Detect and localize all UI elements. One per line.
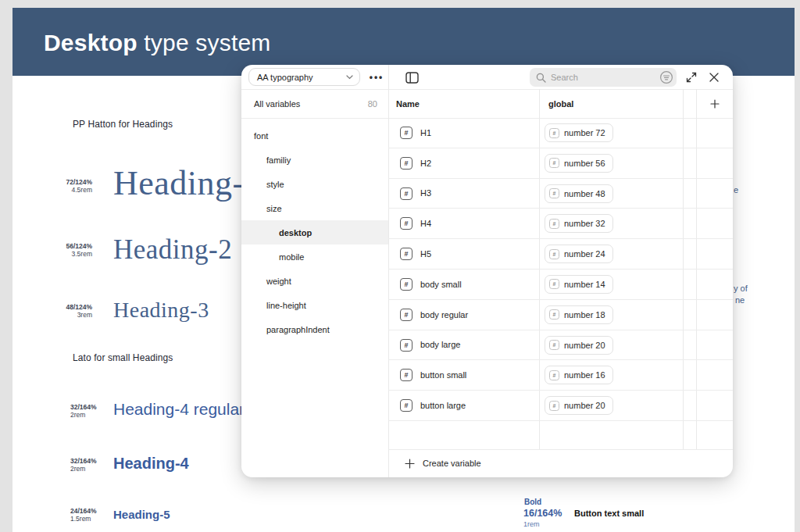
variable-name: H2 <box>420 148 431 178</box>
number-variable-icon: # <box>400 339 412 352</box>
number-variable-icon: # <box>400 399 412 412</box>
table-row[interactable]: # H3 #number 48 <box>388 179 733 209</box>
variable-name: body small <box>420 270 462 299</box>
page-title: Desktop type system <box>44 30 271 56</box>
number-variable-icon: # <box>400 278 412 291</box>
specimen-heading-3: Heading-3 <box>113 298 209 323</box>
tree-item-paragraphindent[interactable]: paragraphIndent <box>241 317 388 341</box>
variable-value-pill[interactable]: #number 18 <box>545 305 613 324</box>
variable-name: H3 <box>420 179 431 209</box>
number-variable-icon: # <box>400 248 412 260</box>
specimen-heading-4: Heading-4 <box>113 455 189 473</box>
collection-dropdown[interactable]: AA typography <box>248 68 360 86</box>
filter-icon[interactable] <box>659 70 673 84</box>
number-variable-icon: # <box>400 309 412 321</box>
plus-icon <box>710 99 720 109</box>
number-variable-icon: # <box>549 279 559 289</box>
variables-table: # H1 #number 72 # H2 #number 56 # H3 #nu… <box>388 118 733 421</box>
variable-name: button large <box>420 391 466 420</box>
clipped-text-fragment: ne <box>735 295 745 305</box>
tree-item-mobile[interactable]: mobile <box>241 245 388 269</box>
tree-item-desktop[interactable]: desktop <box>241 220 388 245</box>
variable-name: button small <box>420 360 466 390</box>
variable-value-pill[interactable]: #number 72 <box>545 123 613 142</box>
table-row[interactable]: # body small #number 14 <box>388 270 733 300</box>
variable-value-pill[interactable]: #number 16 <box>545 366 613 384</box>
variable-name: H1 <box>420 118 431 148</box>
variables-panel: AA typography ••• <box>241 65 733 477</box>
number-variable-icon: # <box>400 369 412 381</box>
table-row[interactable]: # body large #number 20 <box>388 330 733 361</box>
variable-name: H5 <box>420 239 431 269</box>
variable-value-pill[interactable]: #number 24 <box>545 245 613 263</box>
tree-item-weight[interactable]: weight <box>241 269 388 293</box>
clipped-text-fragment: e <box>734 185 738 195</box>
all-variables-label: All variables <box>254 99 368 109</box>
search-input[interactable] <box>551 73 659 82</box>
table-row[interactable]: # H5 #number 24 <box>388 239 733 270</box>
table-row[interactable]: # button large #number 20 <box>388 391 733 421</box>
variable-name: body regular <box>420 300 468 330</box>
number-variable-icon: # <box>549 309 559 320</box>
variable-value-pill[interactable]: #number 20 <box>545 396 613 415</box>
expand-icon <box>686 72 697 83</box>
table-row[interactable]: # H1 #number 72 <box>388 118 733 148</box>
table-row[interactable]: # body regular #number 18 <box>388 300 733 330</box>
more-options-button[interactable]: ••• <box>366 65 387 89</box>
specimen-heading-2: Heading-2 <box>113 234 232 266</box>
create-variable-label: Create variable <box>423 459 481 468</box>
close-button[interactable] <box>705 69 723 86</box>
variable-value-pill[interactable]: #number 48 <box>545 184 613 203</box>
number-variable-icon: # <box>400 127 412 139</box>
collection-dropdown-label: AA typography <box>257 73 346 82</box>
number-variable-icon: # <box>549 188 559 198</box>
table-row[interactable]: # H2 #number 56 <box>388 148 733 179</box>
create-variable-button[interactable]: Create variable <box>388 449 733 477</box>
number-variable-icon: # <box>549 219 559 229</box>
variable-value-pill[interactable]: #number 56 <box>545 154 613 173</box>
tree-item-familiy[interactable]: familiy <box>241 148 388 172</box>
specimen-heading-4-regular: Heading-4 regular <box>113 400 245 419</box>
footnote-spec: 16/164% <box>523 508 562 519</box>
plus-icon <box>405 459 415 469</box>
number-variable-icon: # <box>549 158 559 168</box>
number-variable-icon: # <box>549 249 559 259</box>
toggle-sidebar-button[interactable] <box>402 68 421 87</box>
number-variable-icon: # <box>549 401 559 411</box>
specimen-heading-1: Heading-1 <box>113 163 262 203</box>
tree-item-font[interactable]: font <box>241 123 388 148</box>
variable-groups-tree: font familiy style size desktop mobile w… <box>241 123 388 341</box>
spec-heading-1: 72/124% 4.5rem <box>53 178 92 194</box>
expand-button[interactable] <box>683 69 700 86</box>
variable-value-pill[interactable]: #number 14 <box>545 275 613 294</box>
spec-heading-4-regular: 32/164% 2rem <box>70 403 97 419</box>
tree-item-line-height[interactable]: line-height <box>241 293 388 317</box>
page-title-light: type system <box>138 30 271 55</box>
page-title-bold: Desktop <box>44 30 138 55</box>
footnote-label: Button text small <box>574 509 644 518</box>
search-bar[interactable] <box>530 68 677 87</box>
spec-heading-2: 56/124% 3.5rem <box>53 242 92 258</box>
add-mode-button[interactable] <box>704 89 726 118</box>
clipped-text-fragment: y of <box>734 284 748 293</box>
table-row[interactable]: # H4 #number 32 <box>388 209 733 239</box>
number-variable-icon: # <box>549 370 559 380</box>
column-header-name: Name <box>396 89 420 118</box>
sidebar-item-all-variables[interactable]: All variables 80 <box>241 89 388 118</box>
panel-left-icon <box>405 72 419 84</box>
variable-name: H4 <box>420 209 431 238</box>
spec-heading-4: 32/164% 2rem <box>70 457 97 473</box>
column-header-global[interactable]: global <box>548 89 573 118</box>
tree-item-style[interactable]: style <box>241 172 388 196</box>
number-variable-icon: # <box>400 157 412 170</box>
search-icon <box>536 73 546 83</box>
sans-section-caption: Lato for small Headings <box>73 352 173 363</box>
number-variable-icon: # <box>549 128 559 138</box>
table-row[interactable]: # button small #number 16 <box>388 360 733 391</box>
variable-value-pill[interactable]: #number 32 <box>545 214 613 233</box>
all-variables-count: 80 <box>368 99 377 109</box>
variable-value-pill[interactable]: #number 20 <box>545 336 613 355</box>
spec-heading-3: 48/124% 3rem <box>53 303 92 319</box>
spec-heading-5: 24/164% 1.5rem <box>70 507 97 523</box>
tree-item-size[interactable]: size <box>241 196 388 220</box>
